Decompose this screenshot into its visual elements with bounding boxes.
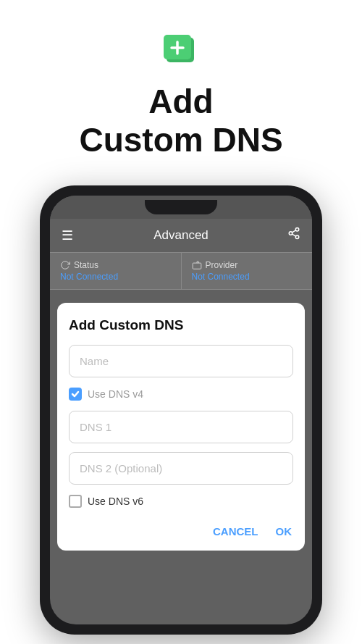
dns2-input[interactable] — [69, 452, 293, 485]
dns-v6-label: Use DNS v6 — [88, 495, 143, 507]
add-custom-dns-dialog: Add Custom DNS Use DNS v4 Use — [57, 303, 305, 551]
phone-notch — [145, 200, 217, 214]
status-cell-provider: Provider Not Connected — [182, 253, 313, 289]
status-cell-connection: Status Not Connected — [50, 253, 182, 289]
svg-line-7 — [292, 234, 295, 236]
phone-mockup: ☰ Advanced Status — [40, 185, 322, 635]
dns-v4-label: Use DNS v4 — [88, 388, 143, 400]
page-title: Add Custom DNS — [79, 83, 282, 159]
name-input[interactable] — [69, 345, 293, 377]
top-icon-area — [161, 29, 201, 70]
phone-status-bar — [50, 196, 312, 219]
svg-line-8 — [292, 230, 295, 233]
phone-app-header: ☰ Advanced — [50, 219, 312, 252]
dns1-input[interactable] — [69, 411, 293, 443]
use-dns-v6-row: Use DNS v6 — [69, 493, 293, 509]
ok-button[interactable]: OK — [274, 521, 294, 542]
provider-label: Provider — [206, 260, 238, 270]
dialog-title: Add Custom DNS — [69, 317, 293, 333]
status-value: Not Connected — [60, 272, 171, 282]
status-label: Status — [74, 260, 98, 270]
dns-v6-checkbox[interactable] — [69, 495, 82, 508]
phone-status-row: Status Not Connected Provider Not Connec… — [50, 252, 312, 290]
phone-screen: ☰ Advanced Status — [50, 196, 312, 624]
cancel-button[interactable]: CANCEL — [211, 521, 260, 542]
app-header-title: Advanced — [153, 228, 209, 243]
dialog-actions: CANCEL OK — [69, 518, 293, 542]
dns-v4-checkbox[interactable] — [69, 388, 82, 401]
refresh-icon — [60, 260, 70, 270]
add-custom-dns-icon — [161, 29, 201, 70]
use-dns-v4-row: Use DNS v4 — [69, 386, 293, 402]
menu-icon[interactable]: ☰ — [62, 229, 73, 242]
provider-icon — [192, 260, 202, 270]
provider-value: Not Connected — [192, 272, 303, 282]
share-icon[interactable] — [287, 227, 300, 243]
svg-rect-9 — [193, 263, 201, 269]
